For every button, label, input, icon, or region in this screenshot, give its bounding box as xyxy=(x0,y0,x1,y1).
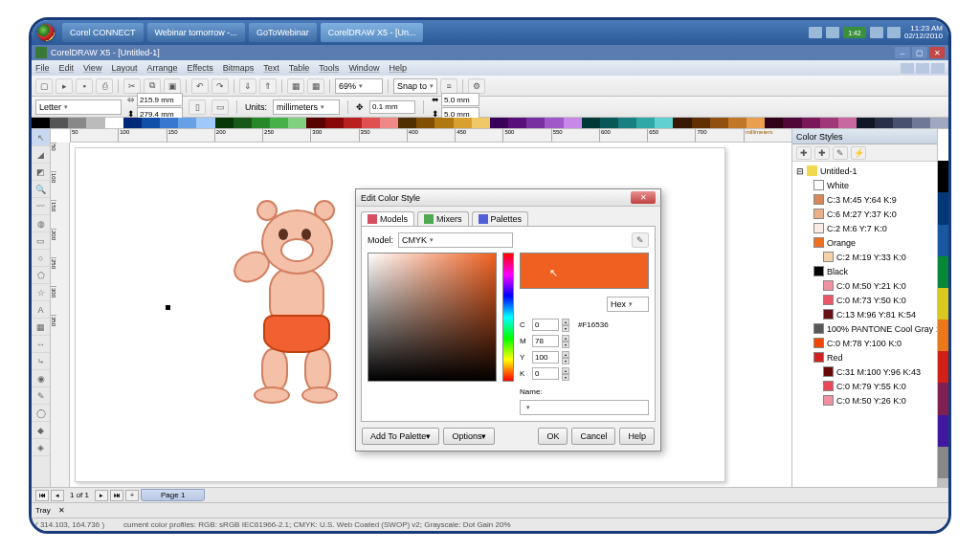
table-tool[interactable]: ▦ xyxy=(32,319,50,336)
tray-icon[interactable] xyxy=(887,27,901,38)
palette-swatch[interactable] xyxy=(838,118,857,128)
tab-mixers[interactable]: Mixers xyxy=(417,211,469,226)
palette-swatch[interactable] xyxy=(32,118,50,128)
tray-icon[interactable] xyxy=(826,27,839,38)
nudge-input[interactable]: 0.1 mm xyxy=(369,100,415,114)
welcome-button[interactable]: ▦ xyxy=(307,78,324,94)
redo-button[interactable]: ↷ xyxy=(212,78,229,94)
palette-swatch[interactable] xyxy=(938,161,948,192)
palette-swatch[interactable] xyxy=(564,118,582,128)
color-style-item[interactable]: C:6 M:27 Y:37 K:0 xyxy=(794,207,947,221)
save-button[interactable]: ▪ xyxy=(76,78,93,94)
menu-table[interactable]: Table xyxy=(289,63,310,73)
palette-swatch[interactable] xyxy=(325,118,344,128)
basic-shapes-tool[interactable]: ☆ xyxy=(32,284,50,301)
palette-swatch[interactable] xyxy=(270,118,288,128)
dialog-close-button[interactable]: ✕ xyxy=(631,191,656,204)
palette-swatch[interactable] xyxy=(802,118,820,128)
pick-tool[interactable]: ↖ xyxy=(32,129,50,146)
menu-view[interactable]: View xyxy=(83,63,101,73)
menu-layout[interactable]: Layout xyxy=(111,63,137,73)
menu-effects[interactable]: Effects xyxy=(187,63,212,73)
palette-swatch[interactable] xyxy=(86,118,104,128)
palette-swatch[interactable] xyxy=(875,118,893,128)
format-combo[interactable]: Hex xyxy=(607,297,649,312)
color-style-item[interactable]: 100% PANTONE Cool Gray 11 C xyxy=(794,321,947,336)
tray-close-icon[interactable]: ✕ xyxy=(58,506,65,515)
fill-tool[interactable]: ◆ xyxy=(32,422,50,439)
color-style-item[interactable]: C:13 M:96 Y:81 K:54 xyxy=(794,307,947,321)
color-style-item[interactable]: C:0 M:78 Y:100 K:0 xyxy=(794,336,947,350)
app-launcher-button[interactable]: ▦ xyxy=(287,78,304,94)
mdi-restore[interactable] xyxy=(916,63,929,74)
m-input[interactable] xyxy=(532,335,559,347)
palette-swatch[interactable] xyxy=(160,118,178,128)
palette-swatch[interactable] xyxy=(893,118,911,128)
palette-swatch[interactable] xyxy=(857,118,875,128)
options-button[interactable]: Options ▾ xyxy=(443,428,495,445)
palette-swatch[interactable] xyxy=(434,118,453,128)
landscape-button[interactable]: ▭ xyxy=(212,99,229,115)
polygon-tool[interactable]: ⬠ xyxy=(32,267,50,284)
palette-swatch[interactable] xyxy=(454,118,472,128)
tab-models[interactable]: Models xyxy=(361,211,414,226)
menu-window[interactable]: Window xyxy=(348,63,379,73)
palette-swatch[interactable] xyxy=(362,118,380,128)
y-spinner[interactable]: ▴▾ xyxy=(562,351,569,364)
units-combo[interactable]: millimeters xyxy=(273,99,340,115)
snap-combo[interactable]: Snap to xyxy=(393,78,437,94)
import-button[interactable]: ⇓ xyxy=(239,78,256,94)
palette-swatch[interactable] xyxy=(288,118,306,128)
palette-swatch[interactable] xyxy=(746,118,765,128)
maximize-button[interactable]: ▢ xyxy=(912,47,927,58)
palette-swatch[interactable] xyxy=(252,118,270,128)
color-style-item[interactable]: C:3 M:45 Y:64 K:9 xyxy=(794,192,947,207)
palette-swatch[interactable] xyxy=(196,118,214,128)
palette-swatch[interactable] xyxy=(912,118,930,128)
palette-swatch[interactable] xyxy=(938,383,948,414)
eyedropper-button[interactable]: ✎ xyxy=(632,232,649,248)
eyedropper-tool[interactable]: ✎ xyxy=(32,387,50,405)
color-style-item[interactable]: C:0 M:50 Y:26 K:0 xyxy=(794,393,947,408)
palette-swatch[interactable] xyxy=(416,118,434,128)
model-combo[interactable]: CMYK xyxy=(398,232,513,248)
palette-swatch[interactable] xyxy=(765,118,783,128)
color-style-item[interactable]: C:31 M:100 Y:96 K:43 xyxy=(794,364,947,379)
k-input[interactable] xyxy=(532,367,559,380)
palette-swatch[interactable] xyxy=(938,256,948,288)
export-button[interactable]: ⇑ xyxy=(259,78,277,94)
palette-swatch[interactable] xyxy=(306,118,324,128)
palette-swatch[interactable] xyxy=(938,192,948,224)
palette-swatch[interactable] xyxy=(398,118,416,128)
print-button[interactable]: ⎙ xyxy=(96,78,113,94)
taskbar-item[interactable]: Webinar tomorrow -... xyxy=(147,23,245,42)
menu-arrange[interactable]: Arrange xyxy=(146,63,177,73)
mdi-minimize[interactable] xyxy=(901,63,914,74)
palette-swatch[interactable] xyxy=(618,118,636,128)
palette-swatch[interactable] xyxy=(728,118,746,128)
palette-swatch[interactable] xyxy=(50,118,68,128)
palette-swatch[interactable] xyxy=(783,118,801,128)
m-spinner[interactable]: ▴▾ xyxy=(562,335,569,347)
palette-swatch[interactable] xyxy=(710,118,728,128)
portrait-button[interactable]: ▯ xyxy=(189,99,206,115)
clock[interactable]: 11:23 AM02/12/2010 xyxy=(904,25,943,40)
open-button[interactable]: ▸ xyxy=(56,78,73,94)
taskbar-item[interactable]: CorelDRAW X5 - [Un... xyxy=(321,23,424,42)
menu-tools[interactable]: Tools xyxy=(319,63,339,73)
selection-handle[interactable] xyxy=(166,305,170,310)
menu-edit[interactable]: Edit xyxy=(59,63,75,73)
connector-tool[interactable]: ⤷ xyxy=(32,353,50,370)
palette-swatch[interactable] xyxy=(582,118,600,128)
minimize-button[interactable]: – xyxy=(895,47,910,58)
menu-text[interactable]: Text xyxy=(263,63,279,73)
page-width-input[interactable]: 215.9 mm xyxy=(137,93,183,106)
new-child-button[interactable]: ✚ xyxy=(814,146,830,160)
copy-button[interactable]: ⧉ xyxy=(144,78,161,94)
options-button[interactable]: ⚙ xyxy=(468,78,485,94)
menu-help[interactable]: Help xyxy=(389,63,407,73)
outline-tool[interactable]: ◯ xyxy=(32,405,50,422)
palette-swatch[interactable] xyxy=(472,118,490,128)
palette-swatch[interactable] xyxy=(938,415,948,447)
c-spinner[interactable]: ▴▾ xyxy=(562,319,569,331)
